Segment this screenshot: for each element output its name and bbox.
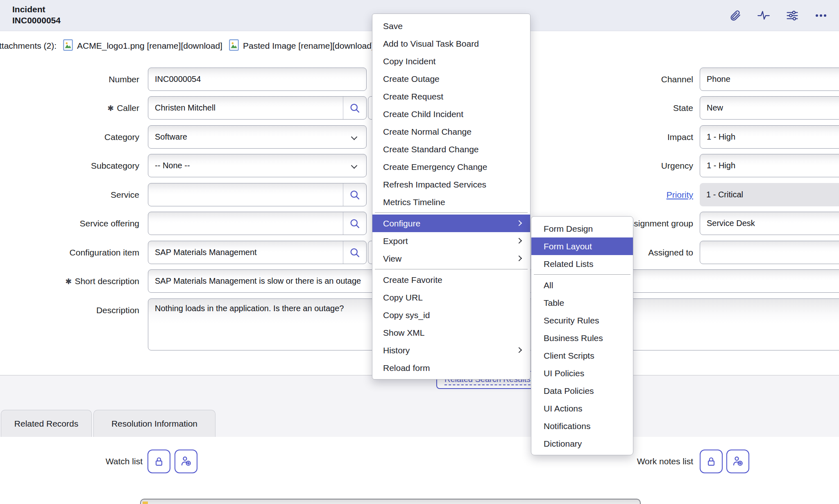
field-label-number: Number: [16, 68, 139, 91]
tab-related-records[interactable]: Related Records: [1, 410, 92, 437]
chevron-right-icon: [516, 220, 522, 226]
menu-item-create-favorite[interactable]: Create Favorite: [372, 271, 530, 289]
chevron-down-icon: [351, 163, 358, 169]
attachment-file-link[interactable]: ACME_logo1.png [rename][download]: [77, 41, 222, 51]
lock-icon: [153, 456, 165, 467]
record-type-title: Incident: [12, 4, 61, 15]
priority-readonly-field: 1 - Critical: [700, 183, 839, 206]
watch-list-add-person-button[interactable]: [175, 450, 197, 473]
search-icon: [349, 102, 361, 114]
submenu-item-form-design[interactable]: Form Design: [531, 220, 633, 237]
menu-item-create-normal-change[interactable]: Create Normal Change: [372, 123, 530, 140]
service-offering-lookup-button[interactable]: [343, 212, 366, 235]
field-label-caller: ✱Caller: [16, 96, 139, 120]
incident-form-page: Incident INC0000054 Attachments: [0, 0, 839, 504]
menu-item-create-child-incident[interactable]: Create Child Incident: [372, 105, 530, 123]
number-field[interactable]: INC0000054: [148, 68, 367, 91]
field-label-service: Service: [16, 183, 139, 206]
service-field[interactable]: [148, 183, 367, 206]
urgency-select[interactable]: 1 - High: [700, 154, 839, 177]
paperclip-icon[interactable]: [728, 9, 741, 22]
submenu-item-business-rules[interactable]: Business Rules: [531, 329, 633, 347]
submenu-item-ui-policies[interactable]: UI Policies: [531, 364, 633, 382]
field-label-service-offering: Service offering: [16, 212, 139, 235]
service-offering-field[interactable]: [148, 212, 367, 235]
assignment-group-field[interactable]: Service Desk: [700, 212, 839, 235]
menu-item-configure[interactable]: Configure: [372, 215, 530, 232]
submenu-item-data-policies[interactable]: Data Policies: [531, 382, 633, 400]
person-add-icon: [732, 455, 744, 468]
menu-item-save[interactable]: Save: [372, 17, 530, 35]
required-icon: ✱: [65, 277, 72, 286]
submenu-item-table[interactable]: Table: [531, 294, 633, 312]
work-notes-list-lock-button[interactable]: [700, 450, 723, 473]
menu-item-create-standard-change[interactable]: Create Standard Change: [372, 140, 530, 158]
chevron-right-icon: [516, 238, 522, 244]
menu-divider: [375, 212, 528, 213]
field-label-priority: Priority: [565, 183, 693, 206]
field-label-urgency: Urgency: [565, 154, 693, 177]
field-label-subcategory: Subcategory: [16, 154, 139, 177]
form-controls-sliders-icon[interactable]: [786, 9, 799, 22]
work-notes-yellow-stripe: [143, 502, 148, 504]
menu-item-history[interactable]: History: [372, 341, 530, 359]
submenu-item-dictionary[interactable]: Dictionary: [531, 435, 633, 452]
configuration-item-field[interactable]: SAP Materials Management: [148, 241, 367, 264]
image-attachment-icon: [63, 39, 73, 53]
subcategory-select[interactable]: -- None --: [148, 154, 367, 177]
menu-item-add-to-visual-task-board[interactable]: Add to Visual Task Board: [372, 35, 530, 52]
search-icon: [349, 247, 361, 258]
person-add-icon: [180, 455, 192, 468]
channel-select[interactable]: Phone: [700, 68, 839, 91]
category-select[interactable]: Software: [148, 125, 367, 149]
menu-item-view[interactable]: View: [372, 250, 530, 267]
menu-item-create-request[interactable]: Create Request: [372, 88, 530, 105]
priority-link[interactable]: Priority: [667, 190, 693, 199]
submenu-item-ui-actions[interactable]: UI Actions: [531, 400, 633, 417]
page-title: Incident INC0000054: [12, 4, 61, 26]
search-icon: [349, 218, 361, 229]
context-menu: Save Add to Visual Task Board Copy Incid…: [372, 14, 531, 380]
menu-item-export[interactable]: Export: [372, 232, 530, 250]
menu-item-refresh-impacted-services[interactable]: Refresh Impacted Services: [372, 176, 530, 193]
submenu-item-security-rules[interactable]: Security Rules: [531, 312, 633, 329]
field-label-channel: Channel: [565, 68, 693, 91]
work-notes-input[interactable]: [140, 499, 641, 504]
attachments-label: Attachments (2):: [0, 41, 57, 51]
caller-lookup-button[interactable]: [343, 97, 366, 119]
service-lookup-button[interactable]: [343, 183, 366, 206]
menu-item-copy-incident[interactable]: Copy Incident: [372, 52, 530, 70]
menu-divider: [534, 274, 630, 275]
record-number-title: INC0000054: [12, 15, 61, 26]
menu-item-show-xml[interactable]: Show XML: [372, 324, 530, 341]
submenu-item-all[interactable]: All: [531, 276, 633, 294]
image-attachment-icon: [229, 39, 239, 53]
menu-item-copy-url[interactable]: Copy URL: [372, 289, 530, 306]
activity-stream-icon[interactable]: [757, 9, 770, 22]
attachment-file-link[interactable]: Pasted Image [rename][download]: [243, 41, 374, 51]
chevron-right-icon: [516, 347, 522, 353]
state-select[interactable]: New: [700, 96, 839, 120]
menu-divider: [375, 269, 528, 269]
field-label-short-description: ✱Short description: [16, 269, 139, 293]
tab-resolution-information[interactable]: Resolution Information: [93, 410, 215, 437]
field-label-description: Description: [16, 298, 139, 322]
submenu-item-related-lists[interactable]: Related Lists: [531, 255, 633, 273]
menu-item-metrics-timeline[interactable]: Metrics Timeline: [372, 193, 530, 211]
submenu-item-client-scripts[interactable]: Client Scripts: [531, 347, 633, 364]
submenu-item-form-layout[interactable]: Form Layout: [531, 237, 633, 255]
menu-item-create-outage[interactable]: Create Outage: [372, 70, 530, 88]
watch-list-lock-button[interactable]: [147, 450, 170, 473]
field-label-impact: Impact: [565, 125, 693, 149]
menu-item-reload-form[interactable]: Reload form: [372, 359, 530, 377]
more-options-icon[interactable]: [814, 9, 828, 22]
assigned-to-field[interactable]: [700, 241, 839, 264]
configuration-item-lookup-button[interactable]: [343, 241, 366, 264]
caller-field[interactable]: Christen Mitchell: [148, 96, 367, 120]
submenu-item-notifications[interactable]: Notifications: [531, 417, 633, 435]
lock-icon: [705, 456, 717, 467]
menu-item-copy-sys-id[interactable]: Copy sys_id: [372, 306, 530, 324]
work-notes-list-add-person-button[interactable]: [726, 450, 749, 473]
menu-item-create-emergency-change[interactable]: Create Emergency Change: [372, 158, 530, 176]
impact-select[interactable]: 1 - High: [700, 125, 839, 149]
